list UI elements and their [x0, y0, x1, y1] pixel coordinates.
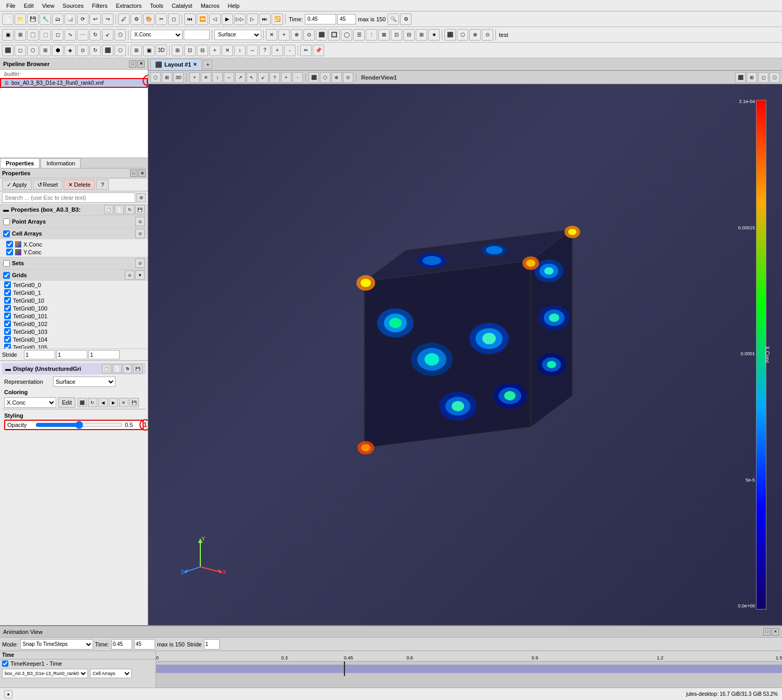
- tb3-btn-23[interactable]: -: [284, 45, 296, 56]
- yconc-check[interactable]: [6, 249, 13, 255]
- props-reload-btn[interactable]: ↻: [125, 205, 134, 214]
- repr-select[interactable]: Surface: [53, 377, 116, 387]
- point-arrays-expand-btn[interactable]: ⊙: [135, 217, 145, 226]
- tb-first-btn[interactable]: ⏮: [184, 14, 196, 25]
- menu-view[interactable]: View: [38, 2, 59, 10]
- tb3-btn-17[interactable]: +: [209, 45, 221, 56]
- tb3-btn-10[interactable]: ⬡: [114, 45, 126, 56]
- color-input[interactable]: [184, 30, 210, 40]
- grid-7-check[interactable]: [4, 336, 11, 343]
- vt-btn-1[interactable]: ⬡: [150, 72, 161, 83]
- props-search-settings-btn[interactable]: ⚙: [136, 193, 146, 202]
- stride-input-2[interactable]: [56, 350, 87, 359]
- col-btn-2[interactable]: ↻: [88, 398, 97, 407]
- props-copy-btn[interactable]: 📋: [104, 205, 113, 214]
- tb-play-all[interactable]: ▷▷: [234, 14, 246, 25]
- menu-macros[interactable]: Macros: [197, 2, 224, 10]
- vt-btn-5[interactable]: ↕: [212, 72, 223, 83]
- grids-header[interactable]: Grids ⊙ ▼: [0, 269, 148, 281]
- display-copy-btn[interactable]: 📋: [102, 364, 111, 373]
- col-btn-3[interactable]: ◀: [98, 398, 108, 407]
- tb-btn-4[interactable]: 🗂: [52, 14, 63, 25]
- tb2-btn-14[interactable]: ⊙: [303, 29, 315, 41]
- anim-stride-input[interactable]: [204, 639, 220, 650]
- anim-step-input[interactable]: [134, 639, 155, 650]
- tb2-btn-22[interactable]: ⊟: [403, 29, 415, 41]
- tb3-btn-9[interactable]: ⬛: [102, 45, 113, 56]
- repr-select-top[interactable]: Surface: [214, 30, 261, 40]
- tb-play-btn[interactable]: ▶: [222, 14, 233, 25]
- tb3-btn-6[interactable]: ◈: [65, 45, 76, 56]
- vt-layout-1-btn[interactable]: ⬛: [735, 72, 746, 83]
- props-paste-btn[interactable]: 📄: [114, 205, 124, 214]
- col-btn-6[interactable]: 💾: [130, 398, 139, 407]
- display-paste-btn[interactable]: 📄: [112, 364, 122, 373]
- grid-5-check[interactable]: [4, 320, 11, 327]
- grid-2-check[interactable]: [4, 297, 11, 304]
- time-input[interactable]: [305, 14, 336, 24]
- tb-btn-10[interactable]: ⚙: [131, 14, 142, 25]
- grid-8-check[interactable]: [4, 344, 11, 348]
- tl-playhead[interactable]: [344, 662, 345, 676]
- tb3-btn-19[interactable]: ↕: [234, 45, 246, 56]
- anim-close-btn[interactable]: ✕: [772, 628, 779, 636]
- tb3-btn-22[interactable]: +: [272, 45, 283, 56]
- tab-properties[interactable]: Properties: [0, 158, 40, 168]
- anim-float-btn[interactable]: □: [763, 628, 771, 636]
- grids-scroll-btn[interactable]: ▼: [135, 270, 145, 280]
- tb2-btn-18[interactable]: ☰: [353, 29, 365, 41]
- menu-sources[interactable]: Sources: [58, 2, 87, 10]
- status-arrow-up[interactable]: ▲: [4, 690, 12, 698]
- vt-btn-12[interactable]: -: [292, 72, 303, 83]
- tb-btn-5[interactable]: 📊: [65, 14, 76, 25]
- col-btn-1[interactable]: ⬛: [78, 398, 87, 407]
- cell-arrays-header[interactable]: Cell Arrays ⊙: [0, 228, 148, 239]
- tb2-btn-28[interactable]: ⊙: [482, 29, 493, 41]
- grid-0-check[interactable]: [4, 281, 11, 288]
- tb3-btn-1[interactable]: ⬛: [2, 45, 14, 56]
- reset-button[interactable]: ↺ Reset: [33, 179, 63, 190]
- viewport[interactable]: 2.1e-04 0.00015 0.0001 5e-5 0.0e+00 X.Co…: [148, 84, 782, 625]
- tb3-btn-3[interactable]: ⬡: [27, 45, 39, 56]
- vt-btn-13[interactable]: ⬛: [309, 72, 319, 83]
- col-btn-4[interactable]: ▶: [109, 398, 118, 407]
- tab-close-icon[interactable]: ✕: [193, 62, 197, 67]
- tb2-btn-16[interactable]: 🔲: [328, 29, 340, 41]
- vt-3d-btn[interactable]: 3D: [173, 72, 184, 83]
- vt-btn-4[interactable]: ✕: [201, 72, 211, 83]
- tb2-btn-4[interactable]: ⬚: [40, 29, 51, 41]
- stride-input-3[interactable]: [88, 350, 120, 359]
- tb-new-btn[interactable]: 📄: [2, 14, 14, 25]
- tb-zoom-btn[interactable]: 🔍: [388, 14, 399, 25]
- vt-btn-14[interactable]: ⬡: [320, 72, 330, 83]
- menu-extractors[interactable]: Extractors: [112, 2, 146, 10]
- tb-btn-3[interactable]: 🔧: [40, 14, 51, 25]
- menu-catalyst[interactable]: Catalyst: [168, 2, 197, 10]
- tb-btn-9[interactable]: 🖊: [118, 14, 130, 25]
- props-close-btn[interactable]: ✕: [138, 170, 146, 177]
- panel-close-btn[interactable]: ✕: [137, 60, 145, 68]
- track-source-select[interactable]: box_A0.3_B3_D1e-13_Run0_rank0.xmf: [2, 669, 88, 678]
- tb2-btn-5[interactable]: ◻: [52, 29, 63, 41]
- props-float-btn[interactable]: □: [130, 170, 137, 177]
- tb3-btn-7[interactable]: ⊙: [77, 45, 88, 56]
- tb2-btn-6[interactable]: ∿: [65, 29, 76, 41]
- cell-arrays-check[interactable]: [3, 230, 10, 237]
- menu-help[interactable]: Help: [224, 2, 244, 10]
- tb-btn-7[interactable]: ↩: [89, 14, 101, 25]
- tb2-btn-26[interactable]: ⬡: [457, 29, 468, 41]
- props-save-btn[interactable]: 💾: [135, 205, 145, 214]
- vt-btn-2[interactable]: ⊞: [162, 72, 172, 83]
- grid-4-check[interactable]: [4, 313, 11, 319]
- tb3-pin-btn[interactable]: 📌: [313, 45, 324, 56]
- tb-open-btn[interactable]: 📁: [15, 14, 26, 25]
- pipeline-item-box[interactable]: 🗎 box_A0.3_B3_D1e-13_Run0_rank0.xmf 2: [0, 78, 148, 88]
- tb-btn-13[interactable]: ◻: [168, 14, 180, 25]
- tb2-btn-25[interactable]: ⬛: [444, 29, 456, 41]
- vt-btn-7[interactable]: ↗: [235, 72, 246, 83]
- tb3-btn-16[interactable]: ⊟: [197, 45, 208, 56]
- vt-btn-3[interactable]: +: [189, 72, 200, 83]
- tb2-btn-8[interactable]: ↻: [89, 29, 101, 41]
- grids-expand-btn[interactable]: ⊙: [125, 270, 134, 280]
- tb2-btn-3[interactable]: 📋: [27, 29, 39, 41]
